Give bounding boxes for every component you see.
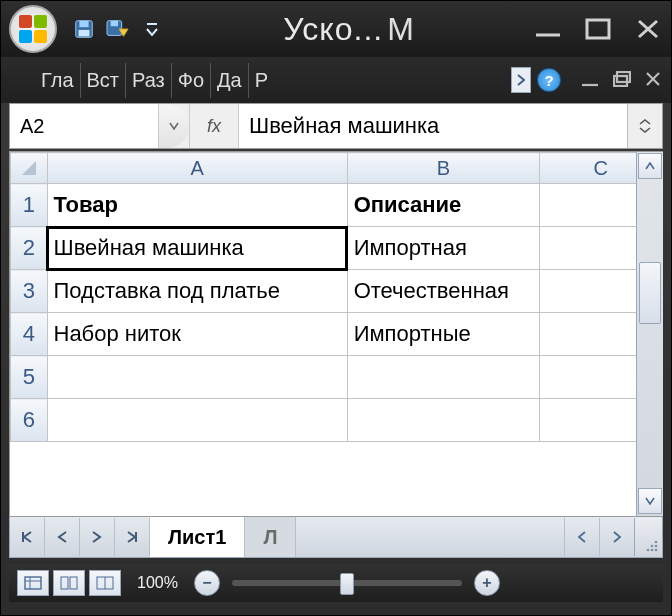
ribbon-tab[interactable]: Да: [210, 63, 248, 98]
view-normal-icon[interactable]: [17, 570, 49, 596]
svg-rect-21: [25, 577, 41, 589]
ribbon-tab[interactable]: Р: [248, 63, 274, 98]
column-header[interactable]: A: [47, 153, 347, 184]
ribbon-tab[interactable]: Гла: [35, 63, 80, 98]
sheet-nav-buttons: [10, 518, 150, 556]
svg-point-18: [647, 549, 650, 552]
sheet-tab[interactable]: Л: [245, 517, 296, 557]
insert-function-button[interactable]: fx: [189, 104, 239, 148]
title-text-right: М: [387, 11, 415, 48]
scroll-up-icon[interactable]: [638, 153, 662, 179]
svg-rect-1: [79, 21, 88, 27]
scrollbar-thumb[interactable]: [639, 262, 661, 324]
svg-point-19: [651, 549, 654, 552]
row-header[interactable]: 4: [11, 313, 48, 356]
sheet-nav-first-icon[interactable]: [10, 518, 45, 556]
ribbon-tabs: Гла Вст Раз Фо Да Р ?: [1, 57, 671, 103]
scroll-down-icon[interactable]: [638, 488, 662, 514]
vertical-scrollbar[interactable]: [636, 152, 663, 516]
zoom-slider[interactable]: [232, 580, 462, 586]
cell[interactable]: [47, 356, 347, 399]
select-all-corner[interactable]: [11, 153, 48, 184]
resize-grip-icon[interactable]: [634, 518, 662, 556]
zoom-in-button[interactable]: +: [474, 570, 500, 596]
cell[interactable]: Товар: [47, 184, 347, 227]
svg-point-17: [655, 545, 658, 548]
qat-customize-icon[interactable]: [139, 16, 165, 42]
status-bar: 100% − +: [9, 564, 663, 602]
minimize-button[interactable]: [533, 16, 563, 42]
cell[interactable]: Отечественная: [347, 270, 540, 313]
scroll-right-icon[interactable]: [599, 518, 634, 556]
view-page-layout-icon[interactable]: [53, 570, 85, 596]
window-title: Уско... М: [165, 11, 533, 48]
formula-input[interactable]: Швейная машинка: [239, 104, 627, 148]
save-as-icon[interactable]: [105, 16, 131, 42]
scroll-left-icon[interactable]: [564, 518, 599, 556]
zoom-value[interactable]: 100%: [137, 574, 178, 592]
cell[interactable]: Набор ниток: [47, 313, 347, 356]
svg-point-16: [651, 545, 654, 548]
svg-rect-24: [61, 577, 68, 589]
ribbon-tab[interactable]: Вст: [80, 63, 126, 98]
ribbon-tab[interactable]: Раз: [125, 63, 171, 98]
worksheet-area: A B C 1 Товар Описание 2 Швейная машинка…: [9, 151, 663, 517]
maximize-button[interactable]: [583, 16, 613, 42]
cell[interactable]: Описание: [347, 184, 540, 227]
ribbon-scroll-right-icon[interactable]: [511, 67, 531, 93]
svg-point-20: [655, 549, 658, 552]
title-text-left: Уско...: [283, 11, 383, 48]
quick-access-toolbar: [71, 16, 165, 42]
sheet-nav-next-icon[interactable]: [80, 518, 115, 556]
mdi-buttons: [581, 69, 661, 92]
svg-rect-4: [111, 21, 118, 27]
mdi-close-icon[interactable]: [645, 69, 661, 92]
row-header[interactable]: 5: [11, 356, 48, 399]
name-box-dropdown-icon[interactable]: [158, 104, 189, 148]
ribbon-tab[interactable]: Фо: [171, 63, 210, 98]
spreadsheet-grid[interactable]: A B C 1 Товар Описание 2 Швейная машинка…: [10, 152, 662, 442]
column-header[interactable]: B: [347, 153, 540, 184]
expand-formula-bar-icon[interactable]: [627, 104, 662, 148]
horizontal-scrollbar[interactable]: [296, 518, 634, 556]
svg-point-15: [655, 541, 658, 544]
close-button[interactable]: [633, 16, 663, 42]
sheet-tab-active[interactable]: Лист1: [150, 517, 245, 557]
svg-rect-25: [70, 577, 77, 589]
name-box[interactable]: A2: [10, 104, 158, 148]
svg-rect-2: [79, 30, 90, 36]
help-button[interactable]: ?: [537, 68, 561, 92]
app-window: Уско... М Гла Вст Раз Фо Да Р ?: [0, 0, 672, 616]
save-icon[interactable]: [71, 16, 97, 42]
svg-rect-7: [587, 20, 609, 38]
sheet-nav-last-icon[interactable]: [115, 518, 150, 556]
mdi-minimize-icon[interactable]: [581, 69, 599, 92]
view-page-break-icon[interactable]: [89, 570, 121, 596]
cell[interactable]: [347, 356, 540, 399]
cell[interactable]: Подставка под платье: [47, 270, 347, 313]
row-header[interactable]: 3: [11, 270, 48, 313]
formula-bar: A2 fx Швейная машинка: [9, 103, 663, 149]
cell[interactable]: [47, 399, 347, 442]
sheet-tab-bar: Лист1 Л: [9, 517, 663, 558]
cell[interactable]: Импортные: [347, 313, 540, 356]
zoom-slider-thumb[interactable]: [340, 573, 354, 595]
cell-active[interactable]: Швейная машинка: [47, 227, 347, 270]
row-header[interactable]: 2: [11, 227, 48, 270]
cell[interactable]: Импортная: [347, 227, 540, 270]
mdi-restore-icon[interactable]: [613, 69, 631, 92]
sheet-nav-prev-icon[interactable]: [45, 518, 80, 556]
row-header[interactable]: 6: [11, 399, 48, 442]
office-button[interactable]: [9, 5, 57, 53]
zoom-out-button[interactable]: −: [194, 570, 220, 596]
title-bar: Уско... М: [1, 1, 671, 57]
window-buttons: [533, 16, 663, 42]
row-header[interactable]: 1: [11, 184, 48, 227]
cell[interactable]: [347, 399, 540, 442]
